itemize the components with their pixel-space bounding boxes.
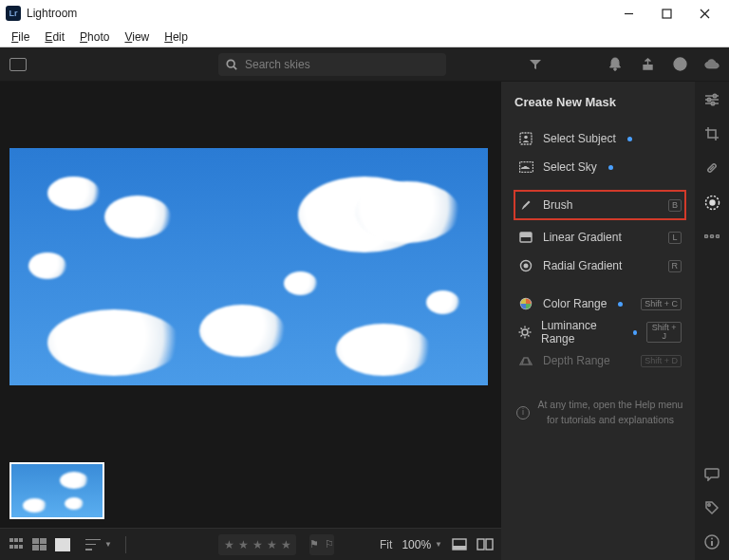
badge-dot bbox=[633, 330, 637, 335]
photo-preview[interactable] bbox=[9, 148, 488, 385]
maximize-button[interactable] bbox=[647, 0, 685, 27]
svg-rect-10 bbox=[453, 546, 466, 550]
mask-label: Linear Gradient bbox=[543, 231, 622, 244]
svg-line-27 bbox=[528, 335, 530, 337]
star-icon[interactable]: ★ bbox=[224, 538, 234, 551]
shortcut-badge: Shift + D bbox=[641, 355, 682, 367]
chevron-down-icon: ▼ bbox=[104, 540, 112, 549]
star-icon[interactable]: ★ bbox=[252, 538, 263, 551]
svg-rect-17 bbox=[520, 233, 532, 237]
sliders-icon[interactable] bbox=[703, 91, 720, 108]
search-input[interactable]: Search skies bbox=[218, 53, 446, 76]
mask-brush[interactable]: Brush B bbox=[514, 191, 685, 219]
mask-select-subject[interactable]: Select Subject bbox=[514, 124, 685, 153]
info-rail-icon[interactable] bbox=[703, 533, 720, 551]
svg-point-48 bbox=[711, 538, 713, 540]
crop-icon[interactable] bbox=[703, 125, 720, 142]
svg-rect-1 bbox=[663, 9, 671, 18]
compare-icon[interactable] bbox=[477, 538, 492, 551]
zoom-select[interactable]: 100%▼ bbox=[402, 538, 442, 551]
mask-radial-gradient[interactable]: Radial Gradient R bbox=[514, 252, 685, 280]
menubar: File Edit Photo View Help bbox=[0, 27, 729, 47]
grid-view-small-icon[interactable] bbox=[9, 538, 27, 551]
fit-label[interactable]: Fit bbox=[380, 538, 392, 551]
flag-reject-icon[interactable]: ⚐ bbox=[325, 538, 334, 551]
mask-linear-gradient[interactable]: Linear Gradient L bbox=[514, 223, 685, 252]
sky-icon bbox=[518, 159, 533, 175]
svg-line-29 bbox=[528, 328, 530, 330]
mask-label: Radial Gradient bbox=[543, 259, 622, 272]
svg-point-21 bbox=[522, 329, 528, 335]
minimize-button[interactable] bbox=[609, 0, 647, 27]
mask-label: Depth Range bbox=[543, 354, 610, 367]
single-view-icon[interactable] bbox=[55, 538, 70, 551]
right-rail bbox=[695, 82, 729, 560]
comment-icon[interactable] bbox=[703, 465, 720, 482]
funnel-icon[interactable] bbox=[528, 57, 543, 72]
shortcut-badge: L bbox=[668, 232, 682, 244]
svg-point-6 bbox=[614, 68, 617, 71]
mask-select-sky[interactable]: Select Sky bbox=[514, 153, 685, 181]
close-button[interactable] bbox=[685, 0, 723, 27]
menu-view[interactable]: View bbox=[117, 30, 157, 44]
flag-box[interactable]: ⚑ ⚐ bbox=[309, 534, 334, 555]
cloud-icon[interactable] bbox=[704, 57, 720, 72]
depth-icon bbox=[518, 353, 533, 368]
window-titlebar: Lr Lightroom bbox=[0, 0, 729, 27]
flag-pick-icon[interactable]: ⚑ bbox=[309, 538, 319, 551]
svg-point-8 bbox=[679, 66, 680, 67]
search-icon bbox=[226, 59, 237, 70]
star-icon[interactable]: ★ bbox=[238, 538, 249, 551]
app-icon: Lr bbox=[6, 6, 21, 21]
grid-view-large-icon[interactable] bbox=[32, 538, 49, 551]
thumbnail[interactable] bbox=[9, 462, 104, 519]
brush-icon bbox=[518, 197, 533, 213]
svg-rect-12 bbox=[486, 539, 493, 550]
tag-icon[interactable] bbox=[703, 499, 720, 516]
star-icon[interactable]: ★ bbox=[281, 538, 291, 551]
bottombar: ▼ ★ ★ ★ ★ ★ ⚑ ⚐ Fit 100%▼ bbox=[0, 528, 501, 560]
sort-icon[interactable] bbox=[85, 539, 101, 551]
shortcut-badge: Shift + J bbox=[646, 322, 682, 343]
person-icon bbox=[518, 131, 533, 146]
menu-help[interactable]: Help bbox=[157, 30, 196, 44]
mask-luminance-range[interactable]: Luminance Range Shift + J bbox=[514, 318, 685, 346]
info-overlay-icon[interactable] bbox=[452, 538, 467, 551]
share-icon[interactable] bbox=[640, 57, 655, 72]
shortcut-badge: R bbox=[668, 260, 682, 272]
mask-label: Select Subject bbox=[543, 132, 616, 145]
svg-point-14 bbox=[524, 136, 528, 140]
svg-point-43 bbox=[711, 235, 714, 238]
panel-title: Create New Mask bbox=[514, 95, 685, 109]
mask-depth-range: Depth Range Shift + D bbox=[514, 346, 685, 375]
rating-stars[interactable]: ★ ★ ★ ★ ★ bbox=[218, 534, 295, 555]
masking-icon[interactable] bbox=[703, 194, 720, 211]
my-photos-icon[interactable] bbox=[9, 58, 27, 71]
badge-dot bbox=[608, 165, 613, 170]
menu-photo[interactable]: Photo bbox=[72, 30, 117, 44]
svg-line-26 bbox=[521, 328, 523, 330]
mask-label: Color Range bbox=[543, 297, 607, 310]
badge-dot bbox=[627, 137, 632, 141]
badge-dot bbox=[618, 302, 623, 307]
svg-line-28 bbox=[521, 335, 523, 337]
svg-line-5 bbox=[234, 66, 236, 69]
bell-icon[interactable] bbox=[608, 57, 623, 72]
healing-icon[interactable] bbox=[703, 159, 720, 177]
topbar: Search skies bbox=[0, 47, 729, 82]
svg-point-45 bbox=[708, 504, 710, 506]
more-icon[interactable] bbox=[703, 228, 720, 245]
svg-point-42 bbox=[705, 235, 708, 238]
mask-label: Luminance Range bbox=[541, 319, 622, 345]
mask-label: Select Sky bbox=[543, 160, 597, 174]
mask-color-range[interactable]: Color Range Shift + C bbox=[514, 289, 685, 318]
star-icon[interactable]: ★ bbox=[267, 538, 277, 551]
menu-file[interactable]: File bbox=[4, 30, 37, 44]
svg-point-4 bbox=[227, 60, 234, 67]
menu-edit[interactable]: Edit bbox=[37, 30, 72, 44]
shortcut-badge: B bbox=[668, 199, 682, 212]
canvas-area[interactable] bbox=[0, 82, 501, 454]
linear-gradient-icon bbox=[518, 230, 533, 245]
create-mask-panel: Create New Mask Select Subject Select Sk… bbox=[501, 82, 695, 560]
help-icon[interactable] bbox=[672, 57, 687, 72]
